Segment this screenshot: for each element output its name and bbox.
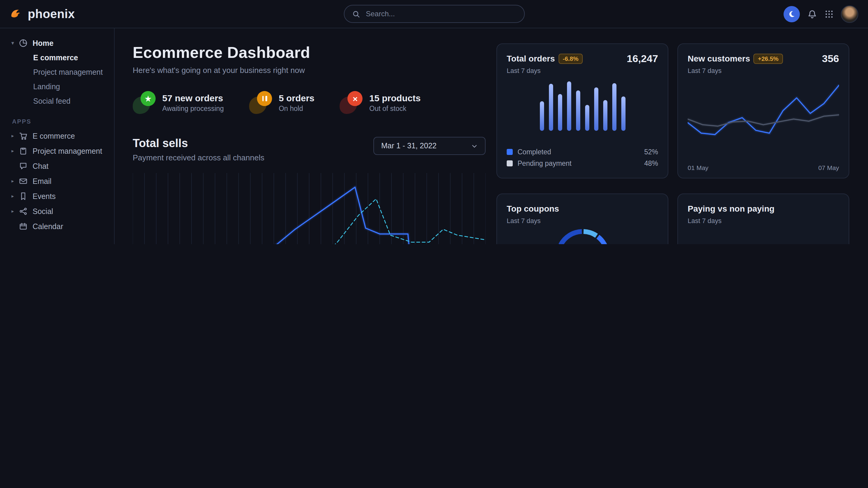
card-subtitle: Last 7 days xyxy=(507,217,559,224)
legend-label: Pending payment xyxy=(518,159,571,167)
card-total-orders: Total orders-6.8% Last 7 days 16,247 Com… xyxy=(496,43,668,178)
sidebar-item-email[interactable]: ▸Email xyxy=(0,174,114,189)
stat-subtitle: On hold xyxy=(279,105,314,112)
sidebar-subitem-project-management[interactable]: Project management xyxy=(0,65,114,79)
card-title: Top coupons xyxy=(507,204,559,214)
chevron-right-icon: ▸ xyxy=(11,208,19,214)
bar xyxy=(549,84,553,131)
app-root: phoenix xyxy=(0,0,868,244)
orders-legend: Completed 52% Pending payment 48% xyxy=(507,146,658,169)
new-customers-line-chart xyxy=(688,79,839,162)
chat-icon xyxy=(19,162,28,171)
sidebar-subitem-social-feed[interactable]: Social feed xyxy=(0,94,114,108)
search-icon xyxy=(352,10,360,18)
moon-icon xyxy=(788,10,796,18)
stats-row: ★ 57 new orders Awaiting processing 5 or… xyxy=(133,91,486,114)
cart-icon xyxy=(19,131,28,140)
bar xyxy=(539,101,544,131)
sidebar-item-label: Email xyxy=(33,177,52,185)
user-avatar[interactable] xyxy=(841,5,858,23)
sidebar-item-calendar[interactable]: Calendar xyxy=(0,219,114,234)
date-range-select[interactable]: Mar 1 - 31, 2022 xyxy=(373,137,486,155)
paying-gauge-chart xyxy=(688,224,839,244)
sidebar-subitem-landing[interactable]: Landing xyxy=(0,79,114,94)
sidebar-item-label: Project management xyxy=(33,147,102,155)
bar xyxy=(558,94,562,131)
legend-chip xyxy=(507,149,513,155)
sidebar-item-project-management[interactable]: ▸Project management xyxy=(0,143,114,159)
card-value: 16,247 xyxy=(627,53,658,65)
legend-chip xyxy=(507,160,513,166)
dashboard-top: Ecommerce Dashboard Here's what's going … xyxy=(133,28,850,244)
navbar-search[interactable] xyxy=(343,5,525,23)
card-subtitle: Last 7 days xyxy=(507,67,583,74)
chevron-right-icon: ▸ xyxy=(11,194,19,199)
stat-subtitle: Out of stock xyxy=(369,105,421,112)
sidebar-item-home[interactable]: ▾Home xyxy=(0,36,114,51)
navbar-search-input[interactable] xyxy=(365,9,516,19)
sidebar-item-label: E commerce xyxy=(33,132,75,140)
trend-badge: -6.8% xyxy=(559,54,583,64)
sidebar-subitem-e-commerce[interactable]: E commerce xyxy=(0,51,114,65)
card-title: Paying vs non paying xyxy=(688,204,775,214)
top-coupons-donut-wrap: 72% xyxy=(507,227,658,244)
sidebar-item-e-commerce[interactable]: ▸E commerce xyxy=(0,128,114,143)
phoenix-logo-icon xyxy=(10,7,23,21)
stat-title: 15 products xyxy=(369,93,421,103)
total-sells-title: Total sells xyxy=(133,137,264,150)
navbar-actions xyxy=(783,5,858,23)
sidebar-item-social[interactable]: ▸Social xyxy=(0,204,114,219)
stat-cards-grid: Total orders-6.8% Last 7 days 16,247 Com… xyxy=(496,28,849,244)
card-paying-vs-nonpaying: Paying vs non paying Last 7 days Paying … xyxy=(677,194,849,244)
stat-out-of-stock: × 15 products Out of stock xyxy=(340,91,421,114)
sidebar-section-label-apps: APPS xyxy=(0,108,114,128)
sidebar-item-label: Social xyxy=(33,207,53,216)
chevron-down-icon xyxy=(471,142,478,149)
sidebar-item-events[interactable]: ▸Events xyxy=(0,189,114,204)
card-subtitle: Last 7 days xyxy=(688,67,783,74)
trend-badge: +26.5% xyxy=(754,54,783,64)
x-tick: 01 May xyxy=(688,164,709,171)
chevron-right-icon: ▸ xyxy=(11,133,19,139)
page-title: Ecommerce Dashboard xyxy=(133,43,486,62)
sidebar: ▾HomeE commerceProject managementLanding… xyxy=(0,28,115,244)
chevron-right-icon: ▸ xyxy=(11,148,19,154)
sidebar-section-label-pages: PAGES xyxy=(0,234,114,244)
legend-label: Completed xyxy=(518,148,551,155)
bar xyxy=(594,88,598,131)
card-subtitle: Last 7 days xyxy=(688,217,775,224)
share-icon xyxy=(19,207,28,216)
bar xyxy=(612,84,616,131)
theme-toggle-button[interactable] xyxy=(783,6,800,22)
bar xyxy=(567,82,571,131)
sidebar-item-label: Chat xyxy=(33,162,49,170)
stat-new-orders: ★ 57 new orders Awaiting processing xyxy=(133,91,224,114)
legend-row: Completed 52% xyxy=(507,146,658,157)
page-subtitle: Here's what's going on at your business … xyxy=(133,66,486,75)
chevron-right-icon: ▸ xyxy=(11,178,19,184)
sidebar-item-chat[interactable]: Chat xyxy=(0,159,114,174)
card-value: 356 xyxy=(822,53,839,65)
calendar-icon xyxy=(19,222,28,231)
bar xyxy=(576,90,580,131)
dashboard-left-column: Ecommerce Dashboard Here's what's going … xyxy=(133,28,486,244)
notifications-button[interactable] xyxy=(807,9,817,19)
main-content: Ecommerce Dashboard Here's what's going … xyxy=(115,28,868,244)
stat-subtitle: Awaiting processing xyxy=(162,105,224,112)
bookmark-icon xyxy=(19,192,28,201)
legend-row: Pending payment 48% xyxy=(507,157,658,169)
brand-logo[interactable]: phoenix xyxy=(10,7,75,21)
total-sells-header: Total sells Payment received across all … xyxy=(133,137,486,162)
top-navbar: phoenix xyxy=(0,0,868,28)
stat-title: 5 orders xyxy=(279,93,314,103)
chevron-down-icon: ▾ xyxy=(11,40,19,46)
brand-name: phoenix xyxy=(28,7,75,21)
apps-grid-button[interactable] xyxy=(825,9,834,19)
top-coupons-donut-chart xyxy=(553,227,612,244)
sidebar-item-label: Home xyxy=(33,39,53,47)
star-icon: ★ xyxy=(133,91,156,114)
x-tick: 07 May xyxy=(818,164,839,171)
grid-icon xyxy=(825,9,834,19)
card-top-coupons: Top coupons Last 7 days 72% Percentage d xyxy=(496,194,668,244)
stat-title: 57 new orders xyxy=(162,93,224,103)
